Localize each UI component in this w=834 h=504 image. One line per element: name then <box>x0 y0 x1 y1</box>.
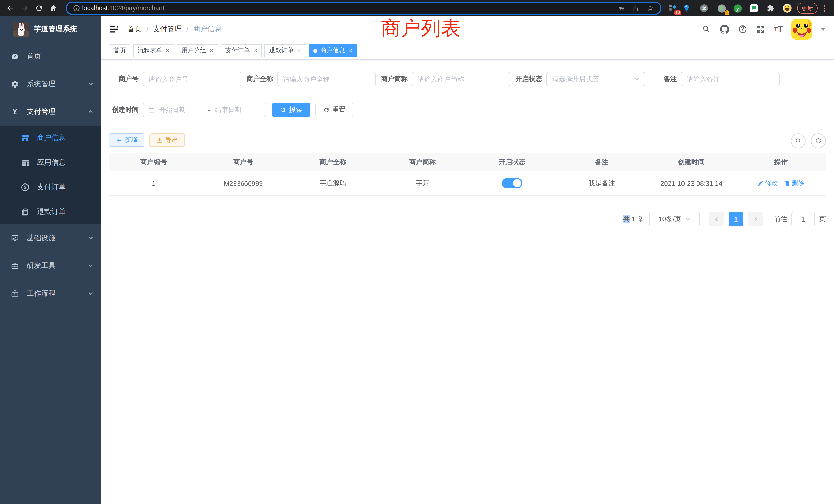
full-name-input[interactable] <box>277 72 376 86</box>
sidebar-item-system[interactable]: 系统管理 <box>0 70 101 98</box>
profile-emoji-icon[interactable] <box>782 2 793 14</box>
extension-chat-icon[interactable] <box>748 2 760 14</box>
password-key-icon[interactable] <box>614 5 629 12</box>
sidebar-logo[interactable]: 芋道管理系统 <box>0 17 101 42</box>
cell-short-name: 芋艿 <box>378 179 467 188</box>
sidebar-menu: 首页 系统管理 ¥ 支付管理 商户信息 应用信息 <box>0 43 101 307</box>
avatar-caret-icon[interactable] <box>821 28 826 31</box>
search-button[interactable]: 搜索 <box>272 102 310 117</box>
close-icon[interactable]: ✕ <box>297 48 301 53</box>
sidebar-item-label: 系统管理 <box>27 79 56 89</box>
col-header: 操作 <box>736 158 826 167</box>
page-size-select[interactable]: 10条/页 <box>649 212 700 226</box>
sidebar-toggle-icon[interactable] <box>108 24 120 35</box>
page-content: 商户号 商户全称 商户简称 开启状态 请选择开启状态 <box>101 60 834 226</box>
gear-icon <box>10 79 20 89</box>
col-header: 备注 <box>557 158 646 167</box>
browser-forward-icon[interactable] <box>18 1 32 16</box>
sidebar-item-merchant[interactable]: 商户信息 <box>0 126 101 151</box>
browser-home-icon[interactable] <box>46 1 61 16</box>
tab-flow-form[interactable]: 流程表单✕ <box>133 44 174 57</box>
url-host: localhost <box>82 5 108 12</box>
browser-menu-icon[interactable] <box>822 4 827 13</box>
page-info-icon[interactable] <box>71 5 82 12</box>
sidebar-item-app[interactable]: 应用信息 <box>0 151 101 175</box>
sidebar-item-pay-order[interactable]: ¥ 支付订单 <box>0 175 101 200</box>
tab-home[interactable]: 首页 <box>109 44 130 57</box>
extension-screenshot-icon[interactable]: 10 <box>667 2 679 14</box>
close-icon[interactable]: ✕ <box>166 48 170 53</box>
page-number-current[interactable]: 1 <box>729 212 743 226</box>
reset-button[interactable]: 重置 <box>315 102 353 117</box>
extensions-puzzle-icon[interactable] <box>765 2 776 14</box>
sidebar-item-infra[interactable]: 基础设施 <box>0 224 101 252</box>
next-page-button[interactable] <box>748 212 763 226</box>
url-text: localhost:1024/pay/merchant <box>82 5 164 12</box>
user-avatar[interactable] <box>791 19 812 40</box>
extension-command-icon[interactable]: ⌘ <box>698 2 710 14</box>
export-button[interactable]: 导出 <box>150 134 185 147</box>
logo-rabbit-image <box>13 22 29 37</box>
delete-link[interactable]: 删除 <box>784 179 805 188</box>
github-icon[interactable] <box>720 25 729 34</box>
date-range-picker[interactable]: 开始日期 - 结束日期 <box>143 102 266 117</box>
pagination: 共 1 条 10条/页 1 前往 页 <box>109 212 826 226</box>
close-icon[interactable]: ✕ <box>209 48 214 53</box>
sidebar-item-refund-order[interactable]: 退款订单 <box>0 200 101 224</box>
close-icon[interactable]: ✕ <box>253 48 258 53</box>
browser-back-icon[interactable] <box>3 1 18 16</box>
col-header: 商户全称 <box>288 158 378 167</box>
cell-create-time: 2021-10-23 08:31:14 <box>646 179 736 187</box>
refresh-button[interactable] <box>811 134 826 148</box>
share-icon[interactable] <box>629 5 643 12</box>
extension-balloon-icon[interactable] <box>681 2 692 14</box>
sidebar-item-label: 退款订单 <box>37 207 66 216</box>
chevron-down-icon <box>88 234 93 242</box>
edit-link[interactable]: 修改 <box>758 179 778 188</box>
sidebar: 芋道管理系统 首页 系统管理 ¥ 支付管理 商户信息 <box>0 17 101 504</box>
filter-row-1: 商户号 商户全称 商户简称 开启状态 请选择开启状态 <box>109 72 826 86</box>
sidebar-item-label: 首页 <box>27 52 41 61</box>
browser-update-button[interactable]: 更新 <box>797 3 817 14</box>
bookmark-star-icon[interactable] <box>643 5 657 12</box>
screen: localhost:1024/pay/merchant 10 ⌘ 1 y <box>0 0 834 504</box>
cell-full-name: 芋道源码 <box>288 179 378 188</box>
sidebar-item-home[interactable]: 首页 <box>0 43 101 70</box>
sidebar-item-workflow[interactable]: 工作流程 <box>0 280 101 307</box>
date-separator: - <box>203 106 215 114</box>
goto-page: 前往 页 <box>774 212 826 226</box>
status-toggle[interactable] <box>502 178 523 188</box>
browser-reload-icon[interactable] <box>32 1 46 16</box>
sidebar-item-devtools[interactable]: 研发工具 <box>0 252 101 280</box>
date-end-placeholder: 结束日期 <box>215 105 259 114</box>
add-button[interactable]: 新增 <box>109 134 144 147</box>
fullscreen-icon[interactable] <box>756 25 765 34</box>
tab-merchant-active[interactable]: 商户信息✕ <box>308 44 357 57</box>
sidebar-item-label: 基础设施 <box>27 233 56 243</box>
status-select[interactable]: 请选择开启状态 <box>546 72 645 86</box>
sidebar-item-pay[interactable]: ¥ 支付管理 <box>0 98 101 126</box>
remark-input[interactable] <box>681 72 780 86</box>
extension-recorder-icon[interactable]: 1 <box>716 2 727 14</box>
breadcrumb-home[interactable]: 首页 <box>127 25 142 34</box>
goto-page-input[interactable] <box>791 212 815 226</box>
short-name-input[interactable] <box>412 72 510 86</box>
tab-pay-order[interactable]: 支付订单✕ <box>221 44 262 57</box>
breadcrumb-pay[interactable]: 支付管理 <box>153 25 182 34</box>
merchant-no-input[interactable] <box>143 72 241 86</box>
filter-full-name: 商户全称 <box>246 72 376 86</box>
close-icon[interactable]: ✕ <box>348 48 352 53</box>
tab-user-group[interactable]: 用户分组✕ <box>177 44 218 57</box>
hide-search-button[interactable] <box>791 134 806 148</box>
field-label: 商户号 <box>109 74 139 84</box>
tab-refund-order[interactable]: 退款订单✕ <box>264 44 306 57</box>
chevron-down-icon <box>88 262 93 270</box>
help-icon[interactable] <box>738 25 747 34</box>
navbar: 首页 / 支付管理 / 商户信息 TT <box>101 17 834 42</box>
browser-chrome: localhost:1024/pay/merchant 10 ⌘ 1 y <box>0 0 834 17</box>
search-icon[interactable] <box>702 25 711 34</box>
prev-page-button[interactable] <box>709 212 724 226</box>
url-bar[interactable]: localhost:1024/pay/merchant <box>66 2 661 15</box>
extension-y-icon[interactable]: y <box>732 2 743 14</box>
font-size-icon[interactable]: TT <box>774 25 783 34</box>
